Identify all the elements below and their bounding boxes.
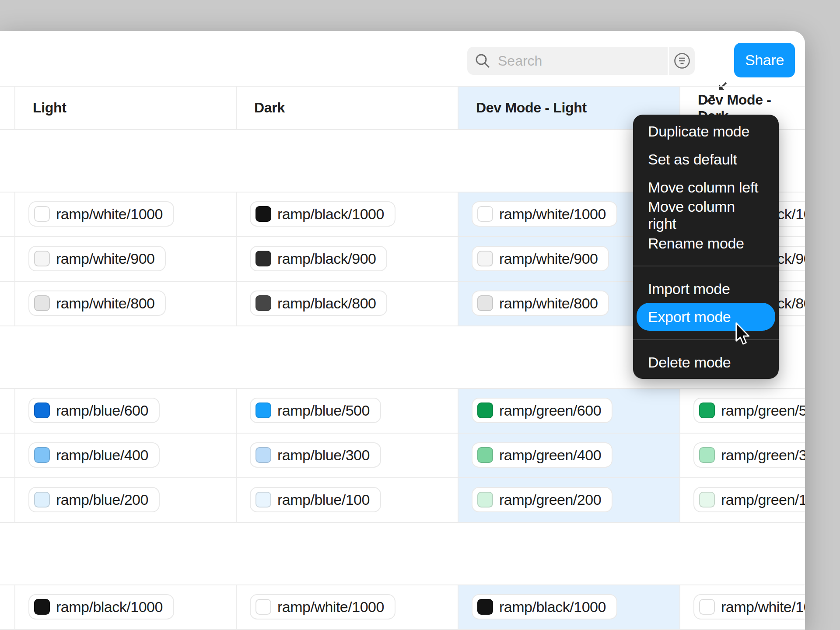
variable-pill[interactable]: ramp/white/900 [28, 246, 166, 271]
color-swatch-icon [699, 599, 715, 615]
variable-cell: ramp/blue/500 [236, 389, 458, 433]
menu-item-rename-mode[interactable]: Rename mode [637, 229, 775, 257]
color-swatch-icon [256, 447, 271, 463]
variable-pill-label: ramp/blue/100 [277, 491, 370, 508]
column-header-light[interactable]: Light [14, 87, 236, 129]
variable-pill-label: ramp/white/800 [56, 295, 154, 312]
desktop-background: Share LightDarkDev Mode - LightDev Mode … [0, 0, 840, 630]
color-swatch-icon [477, 251, 493, 266]
variable-row: ramp/blue/600ramp/blue/500ramp/green/600… [0, 388, 805, 433]
menu-item-move-column-right[interactable]: Move column right [637, 201, 775, 229]
variable-pill-label: ramp/blue/300 [277, 447, 370, 464]
variable-pill[interactable]: ramp/white/800 [472, 290, 609, 316]
variable-cell: ramp/white/800 [14, 282, 236, 326]
color-swatch-icon [34, 206, 50, 222]
gutter-cell [0, 282, 14, 326]
variable-pill[interactable]: ramp/blue/500 [250, 398, 381, 423]
variable-row: ramp/blue/400ramp/blue/300ramp/green/400… [0, 433, 805, 477]
variable-pill[interactable]: ramp/blue/400 [28, 442, 160, 468]
variable-cell: ramp/blue/300 [236, 434, 458, 477]
color-swatch-icon [256, 402, 271, 418]
variable-cell: ramp/green/400 [458, 434, 679, 477]
variable-pill-label: ramp/white/1000 [56, 206, 163, 223]
color-swatch-icon [699, 492, 715, 508]
variable-pill-label: ramp/white/1000 [721, 598, 805, 616]
variable-pill[interactable]: ramp/green/200 [472, 487, 612, 512]
variable-pill[interactable]: ramp/white/1000 [693, 594, 805, 620]
variable-pill[interactable]: ramp/white/800 [28, 290, 166, 316]
share-button[interactable]: Share [734, 43, 795, 77]
color-swatch-icon [477, 447, 493, 463]
menu-item-duplicate-mode[interactable]: Duplicate mode [637, 117, 775, 145]
variable-pill[interactable]: ramp/white/1000 [28, 201, 174, 227]
variable-pill[interactable]: ramp/green/100 [693, 487, 805, 512]
variable-cell: ramp/blue/400 [14, 434, 236, 477]
color-swatch-icon [34, 295, 50, 311]
color-swatch-icon [34, 492, 50, 508]
gutter-cell [0, 478, 14, 522]
variable-pill-label: ramp/blue/600 [56, 402, 148, 419]
variable-pill[interactable]: ramp/black/800 [250, 290, 387, 316]
variable-pill[interactable]: ramp/green/600 [472, 398, 612, 423]
variable-cell: ramp/white/1000 [679, 585, 805, 629]
variable-pill[interactable]: ramp/green/300 [693, 442, 805, 468]
variable-cell: ramp/black/800 [236, 282, 458, 326]
variable-pill-label: ramp/black/1000 [499, 598, 606, 616]
variable-pill[interactable]: ramp/white/1000 [472, 201, 617, 227]
menu-item-import-mode[interactable]: Import mode [637, 275, 775, 303]
variable-pill[interactable]: ramp/black/1000 [28, 594, 174, 620]
variable-pill-label: ramp/black/1000 [56, 598, 163, 616]
variable-pill-label: ramp/green/400 [499, 447, 601, 464]
variable-pill[interactable]: ramp/white/1000 [250, 594, 396, 620]
gutter-cell [0, 389, 14, 433]
color-swatch-icon [256, 599, 271, 615]
variable-pill[interactable]: ramp/black/1000 [472, 594, 617, 620]
variable-cell: ramp/white/900 [14, 237, 236, 281]
variable-cell: ramp/black/1000 [458, 585, 679, 629]
variable-pill[interactable]: ramp/black/900 [250, 246, 387, 271]
color-swatch-icon [34, 402, 50, 418]
group-spacer [0, 523, 805, 584]
variable-pill-label: ramp/white/900 [499, 250, 598, 267]
menu-item-set-as-default[interactable]: Set as default [637, 145, 775, 173]
variable-pill-label: ramp/white/900 [56, 250, 154, 267]
variable-pill[interactable]: ramp/black/1000 [250, 201, 396, 227]
variable-pill[interactable]: ramp/blue/100 [250, 487, 381, 512]
menu-separator [633, 266, 779, 266]
color-swatch-icon [256, 251, 271, 266]
color-swatch-icon [34, 251, 50, 266]
variable-cell: ramp/blue/200 [14, 478, 236, 522]
variable-pill-label: ramp/blue/400 [56, 447, 148, 464]
variable-pill[interactable]: ramp/blue/600 [28, 398, 160, 423]
search-bar[interactable] [467, 47, 695, 75]
column-header-dark[interactable]: Dark [236, 87, 458, 129]
variable-pill[interactable]: ramp/green/400 [472, 442, 612, 468]
variable-pill[interactable]: ramp/white/900 [472, 246, 609, 271]
menu-item-move-column-left[interactable]: Move column left [637, 173, 775, 201]
filter-button[interactable] [669, 47, 695, 75]
variable-cell: ramp/green/500 [679, 389, 805, 433]
variable-cell: ramp/blue/100 [236, 478, 458, 522]
variable-pill-label: ramp/white/1000 [277, 598, 384, 616]
menu-item-delete-mode[interactable]: Delete mode [637, 348, 775, 376]
variable-pill-label: ramp/white/1000 [499, 206, 606, 223]
variable-pill[interactable]: ramp/green/500 [693, 398, 805, 423]
variable-pill-label: ramp/green/200 [499, 491, 601, 508]
variable-row: ramp/black/1000ramp/white/1000ramp/black… [0, 584, 805, 629]
variable-cell: ramp/green/600 [458, 389, 679, 433]
variable-cell: ramp/blue/600 [14, 389, 236, 433]
color-swatch-icon [256, 206, 271, 222]
search-field[interactable] [467, 47, 668, 75]
gutter-cell [0, 192, 14, 236]
variable-row: ramp/blue/200ramp/blue/100ramp/green/200… [0, 477, 805, 522]
variable-pill-label: ramp/black/800 [277, 295, 376, 312]
variable-pill[interactable]: ramp/blue/200 [28, 487, 160, 512]
search-input[interactable] [497, 52, 630, 70]
color-swatch-icon [256, 295, 271, 311]
gutter-cell [0, 585, 14, 629]
variable-cell: ramp/black/1000 [14, 585, 236, 629]
color-swatch-icon [256, 492, 271, 508]
color-swatch-icon [699, 447, 715, 463]
variable-pill[interactable]: ramp/blue/300 [250, 442, 381, 468]
menu-item-export-mode[interactable]: Export mode [637, 303, 775, 331]
